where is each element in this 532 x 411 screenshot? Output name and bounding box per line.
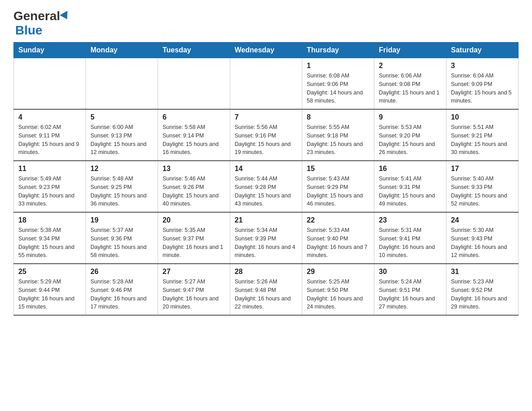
calendar-cell: 2Sunrise: 6:06 AM Sunset: 9:08 PM Daylig… [374, 58, 446, 110]
day-number: 31 [451, 268, 514, 276]
day-info: Sunrise: 5:41 AM Sunset: 9:31 PM Dayligh… [379, 175, 442, 208]
calendar-header-row: SundayMondayTuesdayWednesdayThursdayFrid… [14, 43, 519, 58]
calendar-cell: 23Sunrise: 5:31 AM Sunset: 9:41 PM Dayli… [374, 212, 446, 264]
calendar-cell: 15Sunrise: 5:43 AM Sunset: 9:29 PM Dayli… [302, 161, 374, 212]
day-number: 12 [90, 165, 153, 173]
day-number: 26 [90, 268, 153, 276]
calendar-cell: 18Sunrise: 5:38 AM Sunset: 9:34 PM Dayli… [14, 212, 86, 264]
day-number: 24 [451, 216, 514, 224]
day-number: 3 [451, 62, 514, 70]
day-info: Sunrise: 5:48 AM Sunset: 9:25 PM Dayligh… [90, 175, 153, 208]
day-number: 22 [307, 216, 369, 224]
calendar-cell: 17Sunrise: 5:40 AM Sunset: 9:33 PM Dayli… [446, 161, 519, 212]
day-number: 11 [18, 165, 81, 173]
calendar-cell: 30Sunrise: 5:24 AM Sunset: 9:51 PM Dayli… [374, 264, 446, 315]
day-info: Sunrise: 5:53 AM Sunset: 9:20 PM Dayligh… [379, 123, 442, 157]
day-info: Sunrise: 5:40 AM Sunset: 9:33 PM Dayligh… [451, 175, 514, 208]
day-info: Sunrise: 5:46 AM Sunset: 9:26 PM Dayligh… [163, 175, 225, 208]
logo-triangle-icon [60, 11, 71, 21]
day-info: Sunrise: 6:08 AM Sunset: 9:06 PM Dayligh… [307, 72, 369, 105]
day-info: Sunrise: 5:28 AM Sunset: 9:46 PM Dayligh… [90, 278, 153, 311]
day-info: Sunrise: 5:43 AM Sunset: 9:29 PM Dayligh… [307, 175, 369, 208]
day-info: Sunrise: 5:37 AM Sunset: 9:36 PM Dayligh… [90, 226, 153, 260]
day-header-wednesday: Wednesday [230, 43, 302, 58]
day-number: 13 [163, 165, 225, 173]
calendar-cell: 28Sunrise: 5:26 AM Sunset: 9:48 PM Dayli… [230, 264, 302, 315]
day-info: Sunrise: 5:30 AM Sunset: 9:43 PM Dayligh… [451, 226, 514, 260]
day-number: 10 [451, 113, 514, 121]
calendar-cell: 13Sunrise: 5:46 AM Sunset: 9:26 PM Dayli… [158, 161, 230, 212]
day-info: Sunrise: 6:02 AM Sunset: 9:11 PM Dayligh… [18, 123, 81, 157]
calendar-cell: 31Sunrise: 5:23 AM Sunset: 9:52 PM Dayli… [446, 264, 519, 315]
day-header-friday: Friday [374, 43, 446, 58]
calendar-cell: 24Sunrise: 5:30 AM Sunset: 9:43 PM Dayli… [446, 212, 519, 264]
day-info: Sunrise: 5:33 AM Sunset: 9:40 PM Dayligh… [307, 226, 369, 260]
day-info: Sunrise: 5:29 AM Sunset: 9:44 PM Dayligh… [18, 278, 81, 311]
logo: General Blue [13, 9, 70, 38]
calendar-cell [86, 58, 158, 110]
day-number: 6 [163, 113, 225, 121]
day-number: 30 [379, 268, 442, 276]
day-info: Sunrise: 6:00 AM Sunset: 9:13 PM Dayligh… [90, 123, 153, 157]
calendar-cell [14, 58, 86, 110]
day-number: 21 [235, 216, 297, 224]
day-info: Sunrise: 5:38 AM Sunset: 9:34 PM Dayligh… [18, 226, 81, 260]
day-info: Sunrise: 5:49 AM Sunset: 9:23 PM Dayligh… [18, 175, 81, 208]
calendar-cell: 9Sunrise: 5:53 AM Sunset: 9:20 PM Daylig… [374, 109, 446, 161]
day-info: Sunrise: 5:55 AM Sunset: 9:18 PM Dayligh… [307, 123, 369, 157]
day-number: 27 [163, 268, 225, 276]
day-info: Sunrise: 5:27 AM Sunset: 9:47 PM Dayligh… [163, 278, 225, 311]
day-info: Sunrise: 5:56 AM Sunset: 9:16 PM Dayligh… [235, 123, 297, 157]
day-header-thursday: Thursday [302, 43, 374, 58]
day-info: Sunrise: 5:58 AM Sunset: 9:14 PM Dayligh… [163, 123, 225, 157]
calendar-cell [230, 58, 302, 110]
day-info: Sunrise: 5:31 AM Sunset: 9:41 PM Dayligh… [379, 226, 442, 260]
calendar-cell [158, 58, 230, 110]
calendar-cell: 3Sunrise: 6:04 AM Sunset: 9:09 PM Daylig… [446, 58, 519, 110]
calendar-cell: 29Sunrise: 5:25 AM Sunset: 9:50 PM Dayli… [302, 264, 374, 315]
day-number: 9 [379, 113, 442, 121]
calendar-week-row: 11Sunrise: 5:49 AM Sunset: 9:23 PM Dayli… [14, 161, 519, 212]
calendar-cell: 22Sunrise: 5:33 AM Sunset: 9:40 PM Dayli… [302, 212, 374, 264]
calendar-table: SundayMondayTuesdayWednesdayThursdayFrid… [13, 42, 519, 316]
day-number: 25 [18, 268, 81, 276]
day-number: 16 [379, 165, 442, 173]
calendar-cell: 21Sunrise: 5:34 AM Sunset: 9:39 PM Dayli… [230, 212, 302, 264]
page-header: General Blue [13, 9, 519, 38]
day-info: Sunrise: 6:04 AM Sunset: 9:09 PM Dayligh… [451, 72, 514, 105]
day-number: 2 [379, 62, 442, 70]
day-number: 5 [90, 113, 153, 121]
calendar-cell: 11Sunrise: 5:49 AM Sunset: 9:23 PM Dayli… [14, 161, 86, 212]
day-number: 15 [307, 165, 369, 173]
day-number: 28 [235, 268, 297, 276]
day-info: Sunrise: 5:51 AM Sunset: 9:21 PM Dayligh… [451, 123, 514, 157]
day-number: 1 [307, 62, 369, 70]
day-info: Sunrise: 5:25 AM Sunset: 9:50 PM Dayligh… [307, 278, 369, 311]
logo-text: General [13, 9, 70, 23]
calendar-cell: 14Sunrise: 5:44 AM Sunset: 9:28 PM Dayli… [230, 161, 302, 212]
day-number: 29 [307, 268, 369, 276]
calendar-cell: 19Sunrise: 5:37 AM Sunset: 9:36 PM Dayli… [86, 212, 158, 264]
day-info: Sunrise: 5:24 AM Sunset: 9:51 PM Dayligh… [379, 278, 442, 311]
day-info: Sunrise: 5:23 AM Sunset: 9:52 PM Dayligh… [451, 278, 514, 311]
day-number: 8 [307, 113, 369, 121]
logo-blue-text: Blue [15, 23, 43, 38]
day-number: 14 [235, 165, 297, 173]
calendar-cell: 12Sunrise: 5:48 AM Sunset: 9:25 PM Dayli… [86, 161, 158, 212]
day-number: 17 [451, 165, 514, 173]
calendar-cell: 7Sunrise: 5:56 AM Sunset: 9:16 PM Daylig… [230, 109, 302, 161]
calendar-cell: 6Sunrise: 5:58 AM Sunset: 9:14 PM Daylig… [158, 109, 230, 161]
day-info: Sunrise: 6:06 AM Sunset: 9:08 PM Dayligh… [379, 72, 442, 105]
calendar-cell: 27Sunrise: 5:27 AM Sunset: 9:47 PM Dayli… [158, 264, 230, 315]
calendar-cell: 10Sunrise: 5:51 AM Sunset: 9:21 PM Dayli… [446, 109, 519, 161]
day-header-saturday: Saturday [446, 43, 519, 58]
calendar-cell: 20Sunrise: 5:35 AM Sunset: 9:37 PM Dayli… [158, 212, 230, 264]
logo-general-text: General [13, 9, 60, 23]
calendar-cell: 26Sunrise: 5:28 AM Sunset: 9:46 PM Dayli… [86, 264, 158, 315]
calendar-cell: 5Sunrise: 6:00 AM Sunset: 9:13 PM Daylig… [86, 109, 158, 161]
day-number: 18 [18, 216, 81, 224]
day-number: 19 [90, 216, 153, 224]
day-number: 20 [163, 216, 225, 224]
calendar-cell: 8Sunrise: 5:55 AM Sunset: 9:18 PM Daylig… [302, 109, 374, 161]
day-info: Sunrise: 5:26 AM Sunset: 9:48 PM Dayligh… [235, 278, 297, 311]
